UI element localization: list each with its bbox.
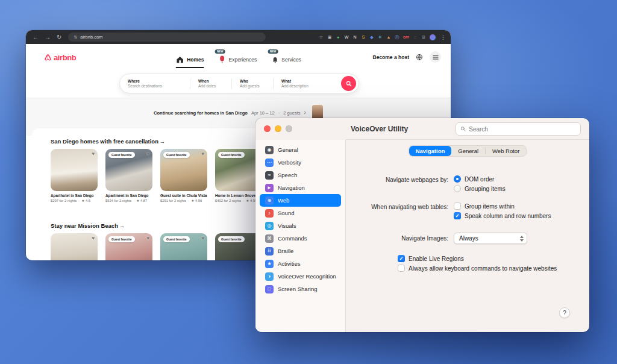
voiceover-search-field[interactable] bbox=[456, 122, 581, 136]
sidebar-item-general[interactable]: ◉ General bbox=[260, 143, 341, 156]
guest-favorite-badge: Guest favorite bbox=[108, 152, 135, 158]
search-submit-button[interactable] bbox=[341, 76, 356, 91]
search-input[interactable] bbox=[469, 126, 576, 133]
sidebar-item-sound[interactable]: ♪ Sound bbox=[260, 207, 341, 219]
help-button[interactable]: ? bbox=[559, 307, 570, 318]
checkbox-keyboard-commands[interactable]: Always allow keyboard commands to naviga… bbox=[398, 265, 557, 272]
hamburger-menu-button[interactable] bbox=[430, 51, 441, 63]
banner-dates: Apr 10 – 12 bbox=[251, 110, 275, 116]
extension-icon[interactable]: ▲ bbox=[386, 35, 391, 39]
guest-favorite-badge: Guest favorite bbox=[218, 152, 245, 158]
checkbox-speak-column-row[interactable]: ✓ Speak column and row numbers bbox=[454, 212, 551, 219]
heart-icon[interactable]: ♥ bbox=[146, 235, 149, 241]
voiceover-titlebar: VoiceOver Utility bbox=[255, 118, 589, 140]
zoom-button[interactable] bbox=[286, 125, 292, 132]
close-button[interactable] bbox=[264, 125, 271, 132]
airbnb-logo[interactable]: airbnb bbox=[44, 53, 76, 62]
browser-forward-button[interactable]: → bbox=[43, 30, 52, 44]
listing-card[interactable]: Guest favorite ♥ Guest suite in Chula Vi… bbox=[160, 149, 207, 202]
tab-web-rotor[interactable]: Web Rotor bbox=[486, 146, 526, 156]
checkbox-label: Group items within bbox=[465, 203, 515, 210]
nav-tab-experiences[interactable]: NEW Experiences bbox=[218, 49, 257, 71]
heart-icon[interactable]: ♥ bbox=[201, 235, 204, 241]
browser-menu-icon[interactable]: ⋮ bbox=[439, 34, 446, 40]
tab-bar: Navigation General Web Rotor bbox=[346, 145, 589, 157]
dot-separator: · bbox=[133, 199, 134, 202]
search-field-label: Who bbox=[240, 79, 265, 83]
listing-photo: Guest favorite ♥ bbox=[160, 149, 207, 191]
sidebar-item-speech[interactable]: ≈ Speech bbox=[260, 169, 341, 181]
globe-icon[interactable] bbox=[416, 54, 423, 61]
listing-card[interactable]: Guest favorite ♥ Apartment in San Diego … bbox=[105, 149, 152, 202]
sidebar-item-commands[interactable]: ⌘ Commands bbox=[260, 232, 341, 245]
extension-icon[interactable]: ⊞ bbox=[421, 35, 426, 40]
checkbox-group-items[interactable]: Group items within bbox=[454, 202, 515, 210]
profile-avatar[interactable] bbox=[430, 34, 436, 40]
airbnb-belo-icon bbox=[44, 54, 52, 61]
tab-general[interactable]: General bbox=[451, 146, 485, 156]
sidebar-item-screen-sharing[interactable]: □ Screen Sharing bbox=[260, 283, 341, 295]
checkbox-enable-live-regions[interactable]: ✓ Enable Live Regions bbox=[398, 255, 464, 262]
sidebar-item-verbosity[interactable]: ⋯ Verbosity bbox=[260, 156, 341, 169]
navigate-images-dropdown[interactable]: Always bbox=[454, 233, 527, 244]
listing-rating: ★ 4.96 bbox=[191, 199, 202, 202]
extension-icon[interactable]: ◆ bbox=[369, 35, 374, 40]
radio-grouping-items[interactable]: Grouping items bbox=[454, 185, 506, 192]
search-when-field[interactable]: When Add dates bbox=[190, 74, 231, 93]
sidebar-item-web[interactable]: ⊕ Web bbox=[260, 194, 341, 207]
search-what-field[interactable]: What Add description bbox=[274, 74, 341, 93]
airbnb-nav: Homes NEW Experiences NEW Services bbox=[175, 49, 301, 71]
extension-icon[interactable]: OFF bbox=[403, 36, 409, 39]
sidebar-item-navigation[interactable]: ► Navigation bbox=[260, 181, 341, 194]
browser-back-button[interactable]: ← bbox=[31, 30, 40, 44]
become-host-link[interactable]: Become a host bbox=[373, 54, 409, 60]
heart-icon[interactable]: ♥ bbox=[92, 151, 95, 157]
checkbox-icon[interactable] bbox=[454, 202, 461, 210]
section-title-mission-beach[interactable]: Stay near Mission Beach→ bbox=[51, 222, 125, 229]
bookmark-star-icon[interactable]: ☆ bbox=[319, 35, 324, 40]
radio-dom-order[interactable]: DOM order bbox=[454, 175, 494, 183]
traffic-lights bbox=[264, 125, 292, 132]
listing-meta: $291 for 2 nights · ★ 4.96 bbox=[160, 199, 207, 202]
extension-icon[interactable]: ● bbox=[336, 35, 340, 39]
checkbox-icon[interactable]: ✓ bbox=[454, 212, 461, 219]
listing-card[interactable]: Guest favorite ♥ bbox=[105, 233, 152, 260]
listing-card[interactable]: ♥ bbox=[51, 233, 98, 260]
sidebar-item-label: Sound bbox=[278, 210, 294, 216]
extension-icon[interactable]: ▣ bbox=[327, 35, 332, 40]
extension-icon[interactable]: ✳ bbox=[378, 35, 383, 40]
section-title-free-cancellation[interactable]: San Diego homes with free cancellation→ bbox=[51, 138, 165, 145]
sidebar-item-activities[interactable]: ★ Activities bbox=[260, 257, 341, 270]
extension-icon[interactable]: W bbox=[344, 35, 349, 39]
radio-button-icon[interactable] bbox=[454, 185, 461, 192]
extension-icon[interactable]: N bbox=[352, 35, 357, 39]
radio-button-icon[interactable] bbox=[454, 175, 461, 183]
listing-card[interactable]: ♥ Aparthotel in San Diego $297 for 2 nig… bbox=[51, 149, 98, 202]
navigate-webpages-label: Navigate webpages by: bbox=[346, 177, 448, 183]
search-who-field[interactable]: Who Add guests bbox=[232, 74, 273, 93]
search-where-field[interactable]: Where Search destinations bbox=[120, 74, 190, 93]
heart-icon[interactable]: ♥ bbox=[146, 151, 149, 157]
url-bar[interactable]: ⇅ airbnb.com bbox=[68, 33, 266, 42]
listing-photo: ♥ bbox=[51, 149, 98, 191]
search-field-label: What bbox=[281, 79, 333, 83]
sidebar-item-voiceover-recognition[interactable]: ◑ VoiceOver Recognition bbox=[260, 270, 341, 283]
extension-icon[interactable]: ◌ bbox=[413, 35, 418, 39]
heart-icon[interactable]: ♥ bbox=[92, 235, 95, 241]
search-icon bbox=[460, 126, 466, 132]
web-tables-label: When navigating web tables: bbox=[346, 204, 448, 210]
extension-icon[interactable]: Ⓟ bbox=[395, 34, 399, 40]
nav-tab-services[interactable]: NEW Services bbox=[271, 49, 301, 71]
minimize-button[interactable] bbox=[275, 125, 281, 132]
listing-card[interactable]: Guest favorite ♥ bbox=[160, 233, 207, 260]
sidebar-item-braille[interactable]: ⠿ Braille bbox=[260, 245, 341, 257]
tab-navigation[interactable]: Navigation bbox=[409, 146, 452, 156]
extension-icon[interactable]: S bbox=[361, 35, 366, 39]
checkbox-icon[interactable] bbox=[398, 265, 405, 272]
heart-icon[interactable]: ♥ bbox=[201, 151, 204, 157]
section-title-text: San Diego homes with free cancellation bbox=[51, 138, 158, 145]
browser-reload-button[interactable]: ↻ bbox=[55, 30, 63, 44]
checkbox-icon[interactable]: ✓ bbox=[398, 255, 405, 262]
sidebar-item-visuals[interactable]: ◎ Visuals bbox=[260, 219, 341, 232]
nav-tab-homes[interactable]: Homes bbox=[175, 49, 204, 71]
